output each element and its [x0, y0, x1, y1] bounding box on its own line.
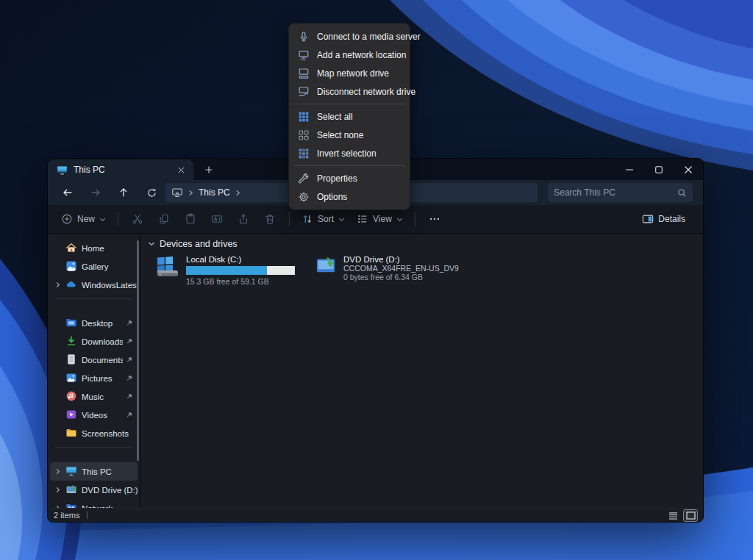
drive-local-disk-c[interactable]: Local Disk (C:) 15.3 GB free of 59.1 GB: [151, 251, 296, 290]
sidebar-item-label: Screenshots: [82, 429, 138, 438]
share-button[interactable]: [232, 209, 254, 229]
pin-icon: [126, 338, 133, 345]
drive-tiles: Local Disk (C:) 15.3 GB free of 59.1 GB: [151, 251, 457, 290]
chevron-down-icon: [396, 216, 403, 223]
desktop: This PC: [0, 0, 753, 560]
documents-icon: [65, 353, 78, 366]
cut-button[interactable]: [126, 209, 149, 229]
sidebar-item-label: Videos: [82, 411, 123, 420]
status-bar: 2 items: [48, 508, 703, 522]
sidebar-item-downloads[interactable]: Downloads: [50, 332, 138, 351]
up-button[interactable]: [114, 183, 133, 202]
properties-icon: [298, 173, 310, 184]
menu-item-label: Add a network location: [317, 50, 406, 60]
sidebar-item-this-pc[interactable]: This PC: [50, 462, 138, 481]
view-button-label: View: [373, 214, 392, 224]
menu-item-connect-media-server[interactable]: Connect to a media server: [292, 27, 407, 46]
pin-icon: [126, 412, 133, 418]
rename-button[interactable]: [206, 209, 228, 229]
collapse-chevron-icon: [148, 240, 155, 248]
sidebar-item-windowslatest[interactable]: WindowsLatest: [50, 276, 138, 294]
pin-icon: [126, 320, 133, 326]
drive-name: DVD Drive (D:): [343, 255, 452, 264]
search-icon[interactable]: [677, 188, 687, 198]
sidebar-item-label: Home: [82, 244, 138, 253]
back-button[interactable]: [58, 183, 77, 202]
home-icon: [65, 242, 78, 254]
music-icon: [65, 390, 78, 403]
details-pane-icon: [642, 213, 654, 225]
capacity-bar: [186, 266, 295, 275]
sidebar-item-dvd-drive[interactable]: DVD Drive (D:) C: [50, 481, 138, 499]
chevron-down-icon: [338, 216, 345, 223]
desktop-folder-icon: [65, 317, 78, 329]
sidebar-item-home[interactable]: Home: [50, 239, 138, 257]
details-pane-button[interactable]: Details: [638, 210, 690, 228]
options-icon: [298, 191, 310, 203]
close-button[interactable]: [674, 159, 703, 180]
expand-chevron-icon[interactable]: [53, 487, 62, 493]
drive-dvd-d[interactable]: DVD Drive (D:) CCCOMA_X64FRE_EN-US_DV9 0…: [311, 251, 457, 290]
new-button[interactable]: New: [55, 209, 112, 229]
drive-free-space: 15.3 GB free of 59.1 GB: [186, 277, 292, 286]
menu-item-properties[interactable]: Properties: [292, 169, 407, 187]
see-more-button[interactable]: [424, 209, 446, 229]
tab-this-pc[interactable]: This PC: [48, 159, 193, 180]
large-icons-view-button[interactable]: [684, 510, 697, 521]
menu-item-map-network-drive[interactable]: Map network drive: [292, 64, 407, 82]
select-none-icon: [298, 129, 310, 141]
onedrive-cloud-icon: [65, 279, 78, 291]
delete-button[interactable]: [259, 209, 281, 229]
search-input[interactable]: [554, 187, 677, 198]
copy-button[interactable]: [153, 209, 175, 229]
sidebar-item-videos[interactable]: Videos: [50, 406, 138, 424]
details-view-button[interactable]: [666, 510, 679, 521]
sidebar-divider: [55, 298, 132, 299]
menu-item-label: Select none: [317, 130, 363, 140]
sidebar-item-label: Downloads: [82, 337, 123, 346]
sidebar-item-pictures[interactable]: Pictures: [50, 369, 138, 387]
maximize-button[interactable]: [644, 159, 674, 180]
menu-item-options[interactable]: Options: [292, 187, 407, 206]
see-more-menu: Connect to a media server Add a network …: [288, 23, 410, 210]
select-all-icon: [298, 111, 310, 123]
menu-item-select-none[interactable]: Select none: [292, 126, 407, 144]
sidebar-item-screenshots[interactable]: Screenshots: [50, 424, 138, 442]
map-network-drive-icon: [298, 68, 310, 79]
menu-item-add-network-location[interactable]: Add a network location: [292, 46, 407, 64]
sort-button[interactable]: Sort: [296, 209, 351, 229]
sidebar-scrollbar[interactable]: [137, 240, 139, 461]
sort-button-label: Sort: [318, 214, 334, 224]
minimize-button[interactable]: [615, 159, 644, 180]
capacity-bar-fill: [186, 266, 267, 275]
drive-volume-label: CCCOMA_X64FRE_EN-US_DV9: [343, 264, 452, 273]
menu-item-invert-selection[interactable]: Invert selection: [292, 144, 407, 162]
search-box[interactable]: [548, 183, 693, 202]
expand-chevron-icon[interactable]: [53, 281, 62, 288]
refresh-button[interactable]: [142, 183, 161, 202]
breadcrumb-location[interactable]: This PC: [199, 187, 230, 198]
this-pc-icon: [57, 165, 68, 176]
expand-chevron-icon[interactable]: [53, 468, 62, 475]
sidebar-item-music[interactable]: Music: [50, 387, 138, 406]
menu-item-label: Properties: [317, 173, 357, 184]
this-pc-outline-icon: [171, 187, 183, 198]
menu-item-disconnect-network-drive[interactable]: Disconnect network drive: [292, 82, 407, 101]
sidebar-item-label: This PC: [82, 467, 138, 476]
new-tab-button[interactable]: [201, 162, 217, 177]
group-header-devices-and-drives[interactable]: Devices and drives: [148, 239, 238, 249]
tab-close-button[interactable]: [174, 163, 188, 176]
navigation-pane: Home Gallery WindowsLatest: [48, 234, 140, 508]
forward-button[interactable]: [86, 183, 105, 202]
disconnect-network-drive-icon: [298, 86, 310, 98]
drive-name: Local Disk (C:): [186, 255, 292, 264]
sidebar-item-desktop[interactable]: Desktop: [50, 314, 138, 332]
gallery-icon: [65, 260, 78, 273]
status-divider: [87, 511, 88, 519]
sidebar-item-documents[interactable]: Documents: [50, 351, 138, 369]
sidebar-item-gallery[interactable]: Gallery: [50, 257, 138, 276]
sidebar-item-label: WindowsLatest: [82, 281, 138, 290]
paste-button[interactable]: [179, 209, 201, 229]
menu-item-select-all[interactable]: Select all: [292, 107, 407, 126]
view-button[interactable]: View: [351, 209, 409, 229]
